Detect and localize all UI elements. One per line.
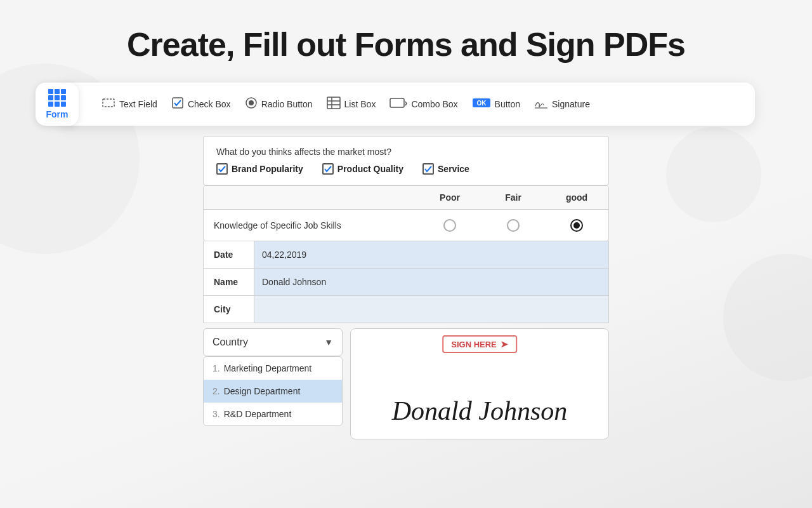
toolbar-item-combo-box[interactable]: Combo Box [390, 97, 457, 112]
checkbox-brand-label: Brand Popularity [232, 164, 303, 174]
bottom-row: Country ▼ 1. Marketing Department 2. Des… [203, 328, 609, 439]
field-input-city[interactable] [254, 296, 608, 323]
sign-here-banner: SIGN HERE ➤ [442, 335, 517, 353]
toolbar-item-radio-button[interactable]: Radio Button [245, 97, 313, 112]
checkbox-product-icon [322, 163, 334, 175]
toolbar-item-button[interactable]: OK Button [472, 97, 520, 112]
rating-label-0: Knowledge of Specific Job Skills [204, 210, 418, 241]
form-logo: Form [36, 83, 79, 126]
toolbar-item-check-box[interactable]: Check Box [171, 97, 231, 112]
rating-header: Poor Fair good [204, 186, 608, 210]
sign-here-label: SIGN HERE [451, 340, 497, 349]
arrow-right-icon: ➤ [501, 339, 508, 349]
signature-icon [534, 97, 548, 112]
col-poor: Poor [418, 186, 481, 209]
toolbar-label-check-box: Check Box [188, 99, 231, 109]
checkbox-product-label: Product Quality [337, 164, 403, 174]
list-item-1[interactable]: 2. Design Department [204, 380, 342, 403]
field-input-date[interactable]: 04,22,2019 [254, 241, 608, 268]
svg-rect-8 [390, 98, 404, 107]
radio-fair-outer [507, 219, 520, 232]
checkbox-brand-popularity[interactable]: Brand Popularity [216, 163, 303, 175]
check-box-icon [171, 97, 184, 112]
country-dropdown-label: Country [213, 337, 248, 348]
list-item-0[interactable]: 1. Marketing Department [204, 357, 342, 380]
list-item-2[interactable]: 3. R&D Department [204, 403, 342, 425]
svg-point-3 [249, 100, 254, 105]
checkbox-service-icon [422, 163, 434, 175]
toolbar-label-text-field: Text Field [119, 99, 157, 109]
rating-table: Poor Fair good Knowledge of Specific Job… [203, 185, 609, 241]
toolbar-label-button: Button [495, 99, 520, 109]
checkbox-row: Brand Popularity Product Quality Service [216, 163, 596, 175]
checkbox-service[interactable]: Service [422, 163, 469, 175]
field-row-date: Date 04,22,2019 [203, 241, 609, 269]
country-dropdown[interactable]: Country ▼ [203, 328, 343, 356]
svg-text:OK: OK [476, 100, 487, 107]
rating-row-0: Knowledge of Specific Job Skills [204, 210, 608, 241]
grid-icon [48, 89, 66, 107]
text-field-icon [102, 96, 115, 113]
form-logo-label: Form [46, 109, 69, 119]
toolbar-label-signature: Signature [552, 99, 590, 109]
button-icon: OK [472, 97, 491, 112]
toolbar-item-list-box[interactable]: List Box [327, 97, 376, 112]
svg-rect-1 [173, 98, 183, 108]
svg-rect-0 [103, 99, 114, 107]
field-label-date: Date [204, 241, 254, 268]
form-area: What do you thinks affects the market mo… [203, 136, 609, 439]
toolbar-item-text-field[interactable]: Text Field [102, 96, 157, 113]
field-label-name: Name [204, 269, 254, 295]
bottom-left: Country ▼ 1. Marketing Department 2. Des… [203, 328, 343, 439]
radio-button-icon [245, 97, 258, 112]
field-row-city: City [203, 295, 609, 323]
col-empty [204, 186, 418, 209]
checkbox-section: What do you thinks affects the market mo… [203, 136, 609, 185]
svg-rect-4 [327, 97, 340, 109]
col-good: good [545, 186, 608, 209]
combo-box-icon [390, 97, 407, 112]
market-question: What do you thinks affects the market mo… [216, 147, 596, 157]
radio-good-0[interactable] [545, 210, 608, 241]
toolbar-card: Form Text Field Check Box [57, 83, 755, 126]
list-item-0-num: 1. [213, 363, 220, 373]
list-box: 1. Marketing Department 2. Design Depart… [203, 356, 343, 426]
signature-text: Donald Johnson [363, 396, 596, 426]
list-item-2-num: 3. [213, 409, 220, 419]
radio-good-outer [570, 219, 583, 232]
col-fair: Fair [481, 186, 545, 209]
radio-poor-0[interactable] [418, 210, 481, 241]
toolbar-item-signature[interactable]: Signature [534, 97, 590, 112]
field-row-name: Name Donald Johnson [203, 268, 609, 296]
chevron-down-icon: ▼ [324, 337, 333, 347]
toolbar-label-radio-button: Radio Button [261, 99, 313, 109]
radio-good-inner [573, 222, 580, 229]
list-item-2-label: R&D Department [224, 409, 292, 419]
page-title: Create, Fill out Forms and Sign PDFs [0, 0, 812, 83]
toolbar-label-combo-box: Combo Box [411, 99, 457, 109]
checkbox-brand-icon [216, 163, 228, 175]
radio-fair-0[interactable] [481, 210, 545, 241]
checkbox-product-quality[interactable]: Product Quality [322, 163, 403, 175]
toolbar-label-list-box: List Box [344, 99, 376, 109]
field-label-city: City [204, 296, 254, 323]
list-item-0-label: Marketing Department [224, 363, 312, 373]
toolbar-items: Text Field Check Box R [102, 96, 590, 113]
radio-poor-outer [443, 219, 456, 232]
field-input-name[interactable]: Donald Johnson [254, 269, 608, 295]
signature-box[interactable]: SIGN HERE ➤ Donald Johnson [350, 328, 609, 439]
list-item-1-num: 2. [213, 386, 220, 396]
checkbox-service-label: Service [438, 164, 469, 174]
list-item-1-label: Design Department [224, 386, 301, 396]
list-box-icon [327, 97, 341, 112]
